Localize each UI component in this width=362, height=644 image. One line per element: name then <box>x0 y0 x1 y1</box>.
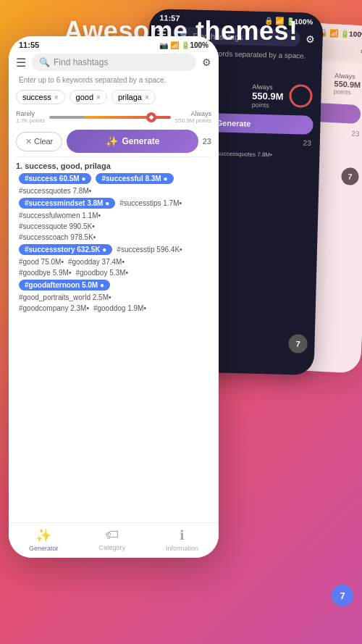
clear-button[interactable]: ✕ Clear <box>16 132 62 151</box>
hashtag-plain-mid: #successquotes 7.8M• <box>214 150 272 161</box>
hashtag-goodbye[interactable]: #goodbye 5.9M• <box>19 269 71 277</box>
hashtag-row-1: #success 60.5M ● #successful 8.3M ● <box>12 172 216 185</box>
chips-row-front: success × good × prilaga × <box>9 86 219 108</box>
hashtag-row-2: #successquotes 7.8M• <box>12 185 216 196</box>
hashtag-successmindset[interactable]: #successmindset 3.8M ● <box>19 198 115 209</box>
hashtag-successfulwomen[interactable]: #successfulwomen 1.1M• <box>19 212 101 219</box>
hashtag-success[interactable]: #success 60.5M ● <box>19 173 91 184</box>
nav-generator[interactable]: ✨ Generator <box>29 527 59 552</box>
hashtag-row-9: #goodbye 5.9M• #goodboy 5.3M• <box>12 267 216 278</box>
filter-icon-mid: ⚙ <box>306 33 315 44</box>
hashtag-goodboy[interactable]: #goodboy 5.3M• <box>75 269 127 277</box>
hint-front: Enter up to 6 keywords separated by a sp… <box>9 74 219 86</box>
hashtag-row-4: #successfulwomen 1.1M• <box>12 210 216 221</box>
slider-thumb[interactable] <box>146 112 156 122</box>
top-bar-front: ☰ 🔍 Find hashtags ⚙ <box>9 51 219 74</box>
hashtag-goodafternoon[interactable]: #goodafternoon 5.0M ● <box>19 280 110 290</box>
hashtag-successquote[interactable]: #successquote 990.5K• <box>19 222 95 230</box>
nav-category[interactable]: 🏷 Category <box>98 527 125 552</box>
hashtag-successstory[interactable]: #successstory 632.5K ● <box>19 244 112 255</box>
status-icons-bg: 🔒 📶 🔋100% <box>319 28 362 39</box>
hashtag-row-3: #successmindset 3.8M ● #successtips 1.7M… <box>12 196 216 210</box>
hashtag-successcoach[interactable]: #successcoach 978.5K• <box>19 233 96 241</box>
slider-track[interactable] <box>49 116 171 119</box>
chip-prilaga[interactable]: prilaga × <box>111 90 156 104</box>
generate-button[interactable]: ✨ Generate <box>67 130 198 153</box>
nav-information[interactable]: ℹ Information <box>166 527 198 552</box>
hashtag-successful[interactable]: #successful 8.3M ● <box>96 173 173 184</box>
generator-icon: ✨ <box>35 527 51 543</box>
hashtag-good[interactable]: #good 75.0M• <box>19 258 64 266</box>
hashtag-successtip[interactable]: #successtip 596.4K• <box>117 246 182 254</box>
hashtag-row-12: #goodcompany 2.3M• #gooddog 1.9M• <box>12 303 216 314</box>
ring-mid <box>289 84 313 108</box>
hashtag-row-5: #successquote 990.5K• <box>12 221 216 232</box>
chip-success[interactable]: success × <box>16 90 65 104</box>
hashtag-row-8: #good 75.0M• #goodday 37.4M• <box>12 256 216 267</box>
results-label: 1. success, good, prilaga <box>9 157 219 172</box>
hashtag-row-10: #goodafternoon 5.0M ● <box>12 278 216 292</box>
scroll-badge-front[interactable]: 7 <box>332 585 353 606</box>
hashtag-successquotes[interactable]: #successquotes 7.8M• <box>19 187 91 195</box>
clear-x-icon: ✕ <box>25 137 32 146</box>
category-icon: 🏷 <box>106 527 119 543</box>
slider-row: Rarely 1.7K points Always 550.9M points <box>9 108 219 126</box>
hashtag-gooddog[interactable]: #gooddog 1.9M• <box>93 304 146 312</box>
hashtag-row-11: #good_portraits_world 2.5M• <box>12 292 216 303</box>
sparkle-icon: ✨ <box>106 135 118 147</box>
result-count: 23 <box>203 137 211 146</box>
generate-row: ✕ Clear ✨ Generate 23 <box>9 126 219 156</box>
hashtag-goodcompany[interactable]: #goodcompany 2.3M• <box>19 304 89 312</box>
time-front: 11:55 <box>19 41 39 49</box>
time-mid: 11:57 <box>159 13 180 22</box>
hashtag-row-6: #successcoach 978.5K• <box>12 232 216 243</box>
scroll-badge-bg[interactable]: 7 <box>341 167 359 185</box>
search-icon-front: 🔍 <box>39 57 50 67</box>
hashtag-goodday[interactable]: #goodday 37.4M• <box>68 258 125 266</box>
status-icons-mid: 🔒 📶 🔋100% <box>264 17 313 26</box>
filter-icon-front[interactable]: ⚙ <box>202 57 211 68</box>
hashtag-successtips[interactable]: #successtips 1.7M• <box>119 199 182 207</box>
hashtag-row-7: #successstory 632.5K ● #successtip 596.4… <box>12 243 216 256</box>
bottom-nav: ✨ Generator 🏷 Category ℹ Information <box>9 522 219 558</box>
chip-good[interactable]: good × <box>70 90 107 104</box>
hashtag-goodportraits[interactable]: #good_portraits_world 2.5M• <box>19 293 111 301</box>
hamburger-front[interactable]: ☰ <box>16 56 26 70</box>
status-icons-front: 📷 📶 🔋100% <box>159 41 209 49</box>
search-bar-front[interactable]: 🔍 Find hashtags <box>32 54 196 71</box>
phone-front: 11:55 📷 📶 🔋100% ☰ 🔍 Find hashtags ⚙ Ente… <box>9 36 219 558</box>
scroll-badge-mid[interactable]: 7 <box>288 334 308 354</box>
hashtag-results: #success 60.5M ● #successful 8.3M ● #suc… <box>9 172 219 314</box>
status-bar-front: 11:55 📷 📶 🔋100% <box>9 36 219 51</box>
info-icon: ℹ <box>180 527 185 543</box>
